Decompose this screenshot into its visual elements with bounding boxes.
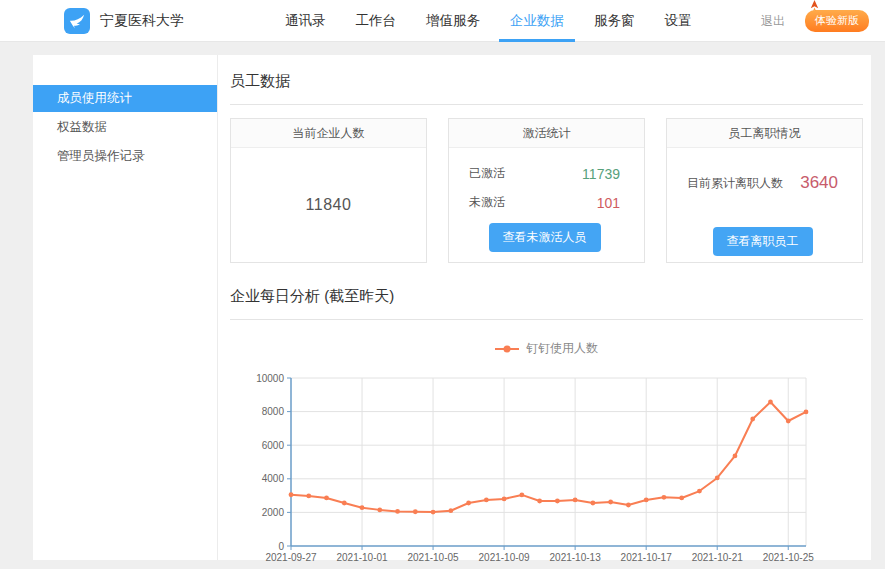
activated-row: 已激活 11739	[469, 165, 620, 182]
card-body: 已激活 11739 未激活 101 查看未激活人员	[449, 148, 644, 262]
inactive-label: 未激活	[469, 194, 505, 211]
resigned-value: 3640	[800, 173, 838, 193]
svg-text:2021-10-09: 2021-10-09	[479, 552, 531, 563]
svg-text:10000: 10000	[256, 373, 284, 384]
svg-text:2021-10-25: 2021-10-25	[763, 552, 815, 563]
view-inactive-members-button[interactable]: 查看未激活人员	[489, 223, 601, 252]
button-wrap: 查看离职员工	[687, 227, 838, 256]
activated-value: 11739	[582, 166, 620, 182]
daily-usage-line-chart: 02000400060008000100002021-09-272021-10-…	[230, 363, 863, 568]
inactive-row: 未激活 101	[469, 194, 620, 211]
svg-text:2021-10-13: 2021-10-13	[550, 552, 602, 563]
topbar-right: 退出 体验新版	[761, 0, 869, 42]
nav-service-window[interactable]: 服务窗	[583, 0, 646, 42]
card-activation-stats: 激活统计 已激活 11739 未激活 101 查看未激活人员	[448, 118, 645, 263]
svg-text:0: 0	[278, 541, 284, 552]
inactive-value: 101	[597, 195, 620, 211]
sidebar-item-member-usage-stats[interactable]: 成员使用统计	[33, 85, 217, 112]
nav-workbench[interactable]: 工作台	[345, 0, 408, 42]
badge-label: 体验新版	[815, 14, 859, 26]
svg-text:8000: 8000	[262, 406, 285, 417]
dingtalk-logo-icon[interactable]	[64, 8, 90, 34]
card-current-headcount: 当前企业人数 11840	[230, 118, 427, 263]
stat-cards-row: 当前企业人数 11840 激活统计 已激活 11739 未激活 101	[230, 118, 863, 263]
card-body: 目前累计离职人数 3640 查看离职员工	[667, 148, 862, 262]
content-panel: 成员使用统计 权益数据 管理员操作记录 员工数据 当前企业人数 11840 激活…	[33, 55, 871, 560]
svg-text:2000: 2000	[262, 507, 285, 518]
card-resignation-status: 员工离职情况 目前累计离职人数 3640 查看离职员工	[666, 118, 863, 263]
sidebar-item-admin-operation-log[interactable]: 管理员操作记录	[33, 143, 217, 170]
headcount-value: 11840	[306, 196, 352, 214]
activated-label: 已激活	[469, 165, 505, 182]
nav-value-added-services[interactable]: 增值服务	[415, 0, 491, 42]
card-body: 11840	[231, 148, 426, 262]
legend-line-dot-marker	[495, 348, 519, 350]
view-resigned-employees-button[interactable]: 查看离职员工	[713, 227, 813, 256]
section-title-employee-data: 员工数据	[230, 72, 863, 105]
nav-enterprise-data[interactable]: 企业数据	[499, 0, 575, 42]
topbar-brand: 宁夏医科大学	[64, 0, 184, 42]
wing-glyph	[68, 12, 86, 30]
svg-text:2021-10-01: 2021-10-01	[336, 552, 388, 563]
topbar: 宁夏医科大学 通讯录 工作台 增值服务 企业数据 服务窗 设置 退出 体验新版	[0, 0, 885, 42]
nav-settings[interactable]: 设置	[654, 0, 703, 42]
sidebar: 成员使用统计 权益数据 管理员操作记录	[33, 55, 218, 560]
card-title: 激活统计	[449, 119, 644, 148]
svg-text:4000: 4000	[262, 473, 285, 484]
svg-text:2021-10-17: 2021-10-17	[621, 552, 673, 563]
top-nav: 通讯录 工作台 增值服务 企业数据 服务窗 设置	[274, 0, 703, 42]
card-title: 当前企业人数	[231, 119, 426, 148]
resigned-label: 目前累计离职人数	[687, 175, 783, 192]
legend-label: 钉钉使用人数	[526, 340, 598, 357]
svg-text:6000: 6000	[262, 440, 285, 451]
nav-contacts[interactable]: 通讯录	[274, 0, 337, 42]
org-name: 宁夏医科大学	[100, 12, 184, 30]
main-area: 员工数据 当前企业人数 11840 激活统计 已激活 11739 未激活	[218, 55, 872, 560]
logout-link[interactable]: 退出	[761, 13, 785, 30]
card-title: 员工离职情况	[667, 119, 862, 148]
svg-text:2021-10-05: 2021-10-05	[407, 552, 459, 563]
try-new-version-badge[interactable]: 体验新版	[805, 10, 869, 32]
chart-legend[interactable]: 钉钉使用人数	[230, 340, 863, 357]
svg-text:2021-10-21: 2021-10-21	[692, 552, 744, 563]
resigned-row: 目前累计离职人数 3640	[687, 173, 838, 193]
svg-text:2021-09-27: 2021-09-27	[265, 552, 317, 563]
sidebar-item-benefits-data[interactable]: 权益数据	[33, 114, 217, 141]
section-title-daily-analysis: 企业每日分析 (截至昨天)	[230, 287, 863, 320]
button-wrap: 查看未激活人员	[469, 223, 620, 252]
rocket-icon	[808, 0, 821, 13]
